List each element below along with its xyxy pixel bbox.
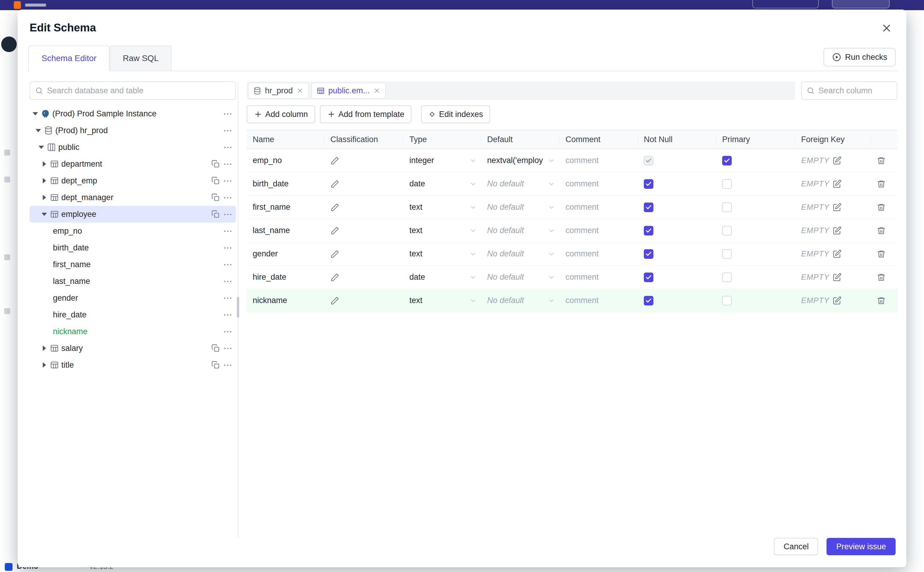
close-icon[interactable] xyxy=(880,22,893,35)
classification-pencil-icon[interactable] xyxy=(330,226,340,235)
column-name-input[interactable]: gender xyxy=(253,249,278,258)
tree-item[interactable]: last_name ⋯ xyxy=(29,273,236,289)
more-icon[interactable]: ⋯ xyxy=(223,278,234,284)
caret-icon[interactable] xyxy=(35,127,42,134)
type-select[interactable]: text xyxy=(403,226,481,235)
primary-checkbox[interactable] xyxy=(722,296,732,305)
default-select[interactable]: No default xyxy=(481,226,560,235)
copy-icon[interactable] xyxy=(211,177,220,185)
not-null-checkbox[interactable] xyxy=(644,272,653,282)
tree-item[interactable]: dept_manager ⋯ xyxy=(29,189,236,206)
primary-checkbox[interactable] xyxy=(722,272,732,282)
column-name-input[interactable]: emp_no xyxy=(253,156,282,165)
add-from-template-button[interactable]: Add from template xyxy=(320,105,412,123)
copy-icon[interactable] xyxy=(211,160,220,168)
delete-column-icon[interactable] xyxy=(877,296,886,305)
classification-pencil-icon[interactable] xyxy=(330,156,340,165)
panel-resize-handle[interactable] xyxy=(237,297,239,318)
default-select[interactable]: No default xyxy=(481,202,560,212)
classification-pencil-icon[interactable] xyxy=(330,273,340,282)
more-icon[interactable]: ⋯ xyxy=(223,211,234,217)
classification-pencil-icon[interactable] xyxy=(330,250,340,258)
tree-item[interactable]: (Prod) hr_prod ⋯ xyxy=(29,122,236,139)
add-column-button[interactable]: Add column xyxy=(247,105,315,123)
tree-item[interactable]: emp_no ⋯ xyxy=(29,222,236,239)
not-null-checkbox[interactable] xyxy=(644,226,653,235)
more-icon[interactable]: ⋯ xyxy=(223,328,234,334)
caret-icon[interactable] xyxy=(41,161,48,167)
tree-item[interactable]: birth_date ⋯ xyxy=(29,239,236,256)
classification-pencil-icon[interactable] xyxy=(330,203,340,212)
primary-checkbox[interactable] xyxy=(722,226,732,235)
edit-foreign-key-icon[interactable] xyxy=(833,156,842,165)
edit-indexes-button[interactable]: Edit indexes xyxy=(421,105,490,123)
more-icon[interactable]: ⋯ xyxy=(223,261,234,267)
more-icon[interactable]: ⋯ xyxy=(223,127,234,134)
caret-icon[interactable] xyxy=(41,177,48,184)
more-icon[interactable]: ⋯ xyxy=(223,228,234,234)
comment-input[interactable]: comment xyxy=(566,202,598,212)
caret-icon[interactable] xyxy=(41,211,48,218)
tree-item[interactable]: first_name ⋯ xyxy=(29,256,236,273)
edit-foreign-key-icon[interactable] xyxy=(833,296,842,305)
type-select[interactable]: date xyxy=(403,179,481,188)
more-icon[interactable]: ⋯ xyxy=(223,345,234,351)
column-search-input[interactable] xyxy=(819,86,924,95)
default-select[interactable]: No default xyxy=(481,296,560,305)
type-select[interactable]: text xyxy=(403,202,481,212)
classification-pencil-icon[interactable] xyxy=(330,296,340,305)
tree-item[interactable]: public ⋯ xyxy=(29,139,236,155)
tree-search-input[interactable] xyxy=(47,86,231,95)
delete-column-icon[interactable] xyxy=(877,250,886,258)
tab-chip-hr-prod[interactable]: hr_prod xyxy=(248,82,309,99)
copy-icon[interactable] xyxy=(211,344,220,353)
comment-input[interactable]: comment xyxy=(566,296,598,305)
more-icon[interactable]: ⋯ xyxy=(223,194,234,201)
default-select[interactable]: No default xyxy=(481,272,560,282)
caret-icon[interactable] xyxy=(41,362,48,368)
more-icon[interactable]: ⋯ xyxy=(223,295,234,301)
cancel-button[interactable]: Cancel xyxy=(774,538,818,555)
comment-input[interactable]: comment xyxy=(566,226,598,235)
edit-foreign-key-icon[interactable] xyxy=(833,203,842,212)
primary-checkbox[interactable] xyxy=(722,179,732,189)
copy-icon[interactable] xyxy=(211,193,220,202)
edit-foreign-key-icon[interactable] xyxy=(833,273,842,282)
delete-column-icon[interactable] xyxy=(877,156,886,165)
comment-input[interactable]: comment xyxy=(566,272,598,282)
not-null-checkbox[interactable] xyxy=(644,156,653,165)
avatar[interactable] xyxy=(1,36,17,52)
primary-checkbox[interactable] xyxy=(722,249,732,259)
type-select[interactable]: text xyxy=(403,296,481,305)
comment-input[interactable]: comment xyxy=(566,179,598,188)
caret-icon[interactable] xyxy=(41,345,48,351)
tree-item[interactable]: gender ⋯ xyxy=(29,289,236,306)
type-select[interactable]: text xyxy=(403,249,481,258)
column-name-input[interactable]: hire_date xyxy=(253,272,287,282)
caret-icon[interactable] xyxy=(32,110,39,117)
close-icon[interactable] xyxy=(373,87,380,94)
column-name-input[interactable]: last_name xyxy=(253,226,290,235)
delete-column-icon[interactable] xyxy=(877,179,886,188)
delete-column-icon[interactable] xyxy=(877,226,886,235)
type-select[interactable]: integer xyxy=(403,156,481,165)
classification-pencil-icon[interactable] xyxy=(330,179,340,188)
copy-icon[interactable] xyxy=(211,210,220,218)
topbar-button[interactable] xyxy=(752,0,819,8)
default-select[interactable]: No default xyxy=(481,249,560,258)
edit-foreign-key-icon[interactable] xyxy=(833,226,842,235)
tree-item[interactable]: employee ⋯ xyxy=(29,206,236,222)
tree-item[interactable]: department ⋯ xyxy=(29,155,236,172)
edit-foreign-key-icon[interactable] xyxy=(833,179,842,188)
tab-schema-editor[interactable]: Schema Editor xyxy=(28,45,110,71)
tree-item[interactable]: dept_emp ⋯ xyxy=(29,172,236,189)
more-icon[interactable]: ⋯ xyxy=(223,312,234,318)
primary-checkbox[interactable] xyxy=(722,156,732,165)
tree-item[interactable]: nickname ⋯ xyxy=(29,323,236,340)
column-name-input[interactable]: first_name xyxy=(253,202,290,212)
more-icon[interactable]: ⋯ xyxy=(223,362,234,368)
not-null-checkbox[interactable] xyxy=(644,296,653,305)
not-null-checkbox[interactable] xyxy=(644,202,653,212)
tab-chip-public-employee[interactable]: public.em... xyxy=(311,82,386,99)
column-name-input[interactable]: nickname xyxy=(253,296,287,305)
